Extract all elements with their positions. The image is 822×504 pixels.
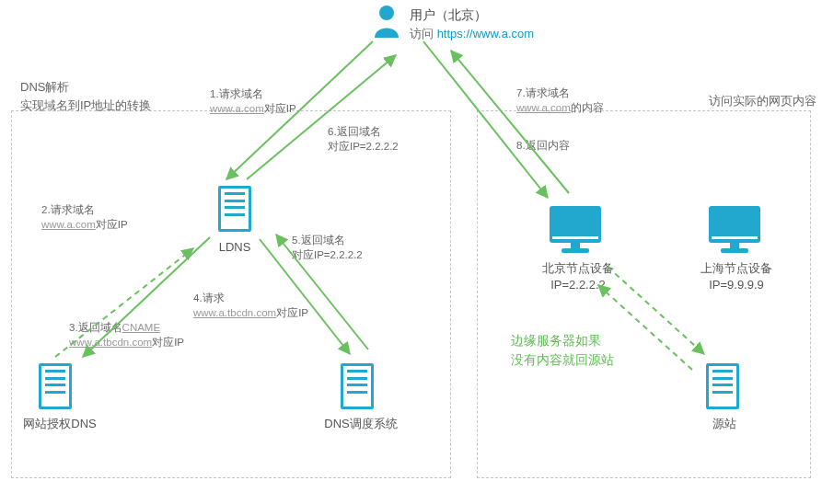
step-2: 2.请求域名 www.a.com对应IP <box>41 202 128 232</box>
s5-pre: 5.返回域名 <box>292 235 345 246</box>
s3-pre: 3.返回域名 <box>69 322 122 333</box>
visit-url: https://www.a.com <box>437 27 534 40</box>
s3-link1: CNAME <box>122 322 161 333</box>
s4-post: 对应IP <box>276 307 308 318</box>
beijing-node-icon <box>550 206 601 254</box>
step-1: 1.请求域名 www.a.com对应IP <box>210 86 296 116</box>
shanghai-node-label: 上海节点设备 IP=9.9.9.9 <box>690 260 782 293</box>
s3-link2: www.a.tbcdn.com <box>69 337 152 348</box>
ldns-server-icon <box>218 186 251 232</box>
left-title-2: 实现域名到IP地址的转换 <box>20 97 151 115</box>
step-8: 8.返回内容 <box>516 138 570 153</box>
ldns-label: LDNS <box>207 239 262 256</box>
s7-link: www.a.com <box>516 102 571 113</box>
s1-post: 对应IP <box>264 103 296 114</box>
origin-server-icon <box>706 363 739 409</box>
s2-pre: 2.请求域名 <box>41 204 95 215</box>
dns-sched-server-icon <box>341 363 374 409</box>
step-5: 5.返回域名 对应IP=2.2.2.2 <box>292 233 363 262</box>
s6-post: 对应IP=2.2.2.2 <box>328 141 399 152</box>
bj-node-ip: IP=2.2.2.2 <box>532 277 624 293</box>
origin-label: 源站 <box>697 416 752 432</box>
auth-dns-server-icon <box>39 363 72 409</box>
left-title-1: DNS解析 <box>20 78 151 97</box>
step-6: 6.返回域名 对应IP=2.2.2.2 <box>328 124 399 154</box>
note-2: 没有内容就回源站 <box>511 350 614 370</box>
s3-post: 对应IP <box>152 337 184 348</box>
user-icon <box>373 5 400 38</box>
auth-dns-label: 网站授权DNS <box>18 416 101 432</box>
s7-post: 的内容 <box>571 102 604 113</box>
bj-node-text: 北京节点设备 <box>532 260 624 277</box>
step-7: 7.请求域名 www.a.com的内容 <box>516 86 604 115</box>
s4-pre: 4.请求 <box>193 292 225 304</box>
s6-pre: 6.返回域名 <box>328 126 381 137</box>
svg-point-0 <box>379 6 394 20</box>
s1-link: www.a.com <box>210 103 264 114</box>
visit-label: 访问 <box>410 27 434 40</box>
shanghai-node-icon <box>709 206 760 254</box>
s2-post: 对应IP <box>96 219 128 230</box>
s2-link: www.a.com <box>41 219 96 230</box>
step-4: 4.请求 www.a.tbcdn.com对应IP <box>193 291 308 320</box>
s4-link: www.a.tbcdn.com <box>193 307 276 318</box>
left-title: DNS解析 实现域名到IP地址的转换 <box>20 78 151 114</box>
note-1: 边缘服务器如果 <box>511 331 614 350</box>
s1-pre: 1.请求域名 <box>210 88 263 99</box>
right-title: 访问实际的网页内容 <box>709 92 816 110</box>
sh-node-ip: IP=9.9.9.9 <box>690 277 782 293</box>
dns-sched-label: DNS调度系统 <box>315 416 407 432</box>
sh-node-text: 上海节点设备 <box>690 260 782 277</box>
beijing-node-label: 北京节点设备 IP=2.2.2.2 <box>532 260 624 293</box>
step-3: 3.返回域名CNAME www.a.tbcdn.com对应IP <box>69 320 184 349</box>
user-title: 用户（北京） <box>410 7 487 24</box>
user-visit: 访问 https://www.a.com <box>410 26 534 42</box>
right-panel <box>477 110 811 478</box>
s5-post: 对应IP=2.2.2.2 <box>292 249 363 260</box>
s7-pre: 7.请求域名 <box>516 87 570 98</box>
edge-note: 边缘服务器如果 没有内容就回源站 <box>511 331 614 370</box>
